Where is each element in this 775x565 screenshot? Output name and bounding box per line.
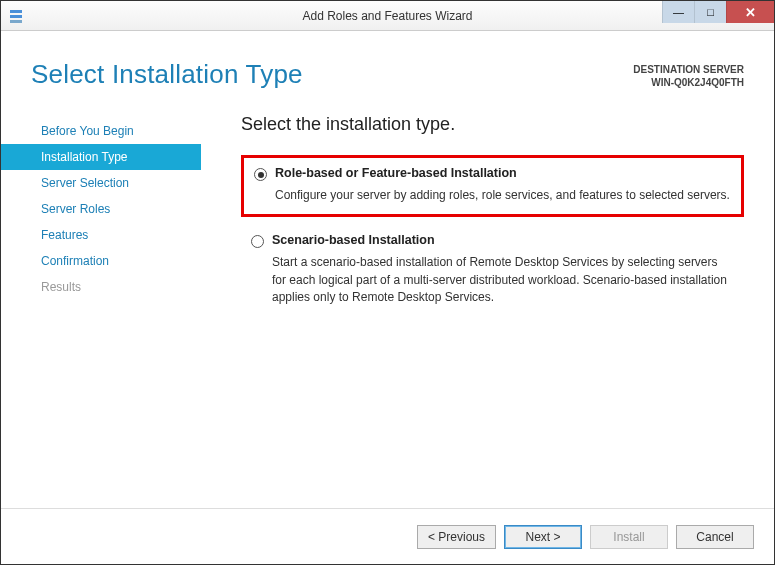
svg-rect-0 — [10, 10, 22, 13]
sidebar-item-server-selection[interactable]: Server Selection — [1, 170, 201, 196]
maximize-button[interactable]: □ — [694, 1, 726, 23]
main-panel: Select the installation type. Role-based… — [201, 110, 774, 508]
header: Select Installation Type DESTINATION SER… — [1, 31, 774, 100]
main-title: Select the installation type. — [241, 114, 744, 135]
sidebar-item-results: Results — [1, 274, 201, 300]
option-title-scenario-based: Scenario-based Installation — [272, 233, 435, 247]
footer: < Previous Next > Install Cancel — [1, 508, 774, 564]
radio-role-based[interactable] — [254, 168, 267, 181]
next-button[interactable]: Next > — [504, 525, 582, 549]
window-title: Add Roles and Features Wizard — [302, 9, 472, 23]
page-title: Select Installation Type — [31, 59, 303, 90]
sidebar: Before You Begin Installation Type Serve… — [1, 110, 201, 508]
maximize-icon: □ — [707, 6, 714, 18]
install-button: Install — [590, 525, 668, 549]
option-title-role-based: Role-based or Feature-based Installation — [275, 166, 517, 180]
minimize-button[interactable]: — — [662, 1, 694, 23]
close-icon: ✕ — [745, 5, 756, 20]
titlebar: Add Roles and Features Wizard — □ ✕ — [1, 1, 774, 31]
option-scenario-based[interactable]: Scenario-based Installation Start a scen… — [241, 225, 744, 316]
svg-rect-1 — [10, 15, 22, 18]
sidebar-item-features[interactable]: Features — [1, 222, 201, 248]
sidebar-item-server-roles[interactable]: Server Roles — [1, 196, 201, 222]
sidebar-item-before-you-begin[interactable]: Before You Begin — [1, 118, 201, 144]
svg-rect-2 — [10, 20, 22, 23]
wizard-window: Add Roles and Features Wizard — □ ✕ Sele… — [0, 0, 775, 565]
app-icon — [9, 8, 25, 24]
sidebar-item-confirmation[interactable]: Confirmation — [1, 248, 201, 274]
window-controls: — □ ✕ — [662, 1, 774, 23]
destination-name: WIN-Q0K2J4Q0FTH — [633, 76, 744, 89]
destination-label: DESTINATION SERVER — [633, 63, 744, 76]
previous-button[interactable]: < Previous — [417, 525, 496, 549]
body: Before You Begin Installation Type Serve… — [1, 100, 774, 508]
minimize-icon: — — [673, 6, 684, 18]
close-button[interactable]: ✕ — [726, 1, 774, 23]
option-desc-scenario-based: Start a scenario-based installation of R… — [272, 254, 734, 306]
cancel-button[interactable]: Cancel — [676, 525, 754, 549]
option-desc-role-based: Configure your server by adding roles, r… — [275, 187, 731, 204]
sidebar-item-installation-type[interactable]: Installation Type — [1, 144, 201, 170]
option-role-based[interactable]: Role-based or Feature-based Installation… — [241, 155, 744, 217]
radio-scenario-based[interactable] — [251, 235, 264, 248]
destination-block: DESTINATION SERVER WIN-Q0K2J4Q0FTH — [633, 59, 744, 89]
